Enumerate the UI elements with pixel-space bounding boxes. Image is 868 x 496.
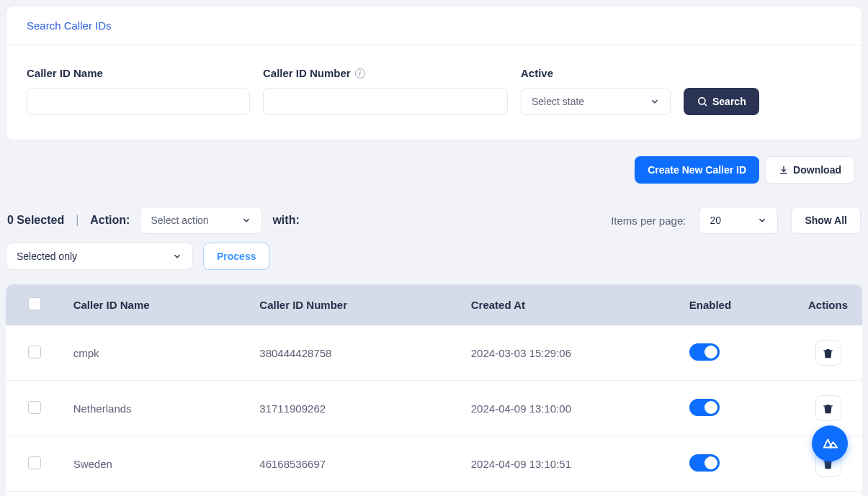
row-name: Sweden [63, 436, 250, 492]
action-select[interactable]: Select action [140, 207, 262, 234]
row-enabled-cell [679, 381, 794, 436]
header-actions: Actions [794, 284, 862, 325]
scope-select-value: Selected only [17, 251, 77, 262]
row-number: 46168536697 [249, 436, 460, 492]
row-created: 2024-04-09 13:10:51 [461, 436, 679, 492]
enabled-toggle[interactable] [689, 399, 720, 416]
field-caller-id-name: Caller ID Name [27, 67, 250, 115]
info-icon[interactable]: i [355, 68, 365, 78]
svg-point-0 [699, 98, 705, 104]
svg-marker-3 [829, 442, 837, 447]
caller-id-name-label: Caller ID Name [27, 67, 250, 79]
action-select-value: Select action [151, 215, 208, 226]
field-caller-id-number: Caller ID Number i [263, 67, 508, 115]
delete-button[interactable] [815, 340, 841, 366]
top-actions-toolbar: Create New Caller ID Download [6, 156, 855, 184]
search-button[interactable]: Search [684, 88, 759, 115]
row-number: 16135550123 [249, 492, 460, 496]
bulk-toolbar: 0 Selected | Action: Select action with:… [6, 207, 862, 234]
header-enabled: Enabled [679, 284, 794, 325]
table-row: Sweden 46168536697 2024-04-09 13:10:51 [6, 436, 862, 492]
row-checkbox-cell [6, 325, 63, 381]
active-label: Active [521, 67, 671, 79]
scope-select[interactable]: Selected only [6, 243, 193, 270]
row-name: Netherlands [63, 381, 250, 436]
create-caller-id-button[interactable]: Create New Caller ID [635, 156, 759, 184]
search-card-body: Caller ID Name Caller ID Number i Active… [6, 45, 862, 140]
action-label: Action: [90, 214, 130, 227]
selected-count: 0 Selected [7, 214, 64, 227]
download-button[interactable]: Download [765, 156, 855, 184]
enabled-toggle[interactable] [689, 454, 720, 472]
select-all-checkbox[interactable] [28, 297, 41, 310]
help-fab-button[interactable] [812, 425, 848, 461]
search-icon [697, 96, 708, 107]
row-name: Canada [63, 492, 250, 496]
caller-id-table: Caller ID Name Caller ID Number Created … [6, 284, 862, 496]
active-select-value: Select state [532, 96, 584, 107]
search-card: Search Caller IDs Caller ID Name Caller … [6, 6, 862, 140]
row-checkbox-cell [6, 381, 63, 436]
active-select[interactable]: Select state [521, 88, 671, 115]
row-created: 2024-04-09 13:12:17 [461, 492, 679, 496]
trash-icon [823, 348, 833, 359]
items-per-page-label: Items per page: [611, 215, 686, 227]
caller-id-number-input[interactable] [263, 88, 508, 115]
bulk-right-controls: Items per page: 20 Show All [611, 207, 861, 234]
download-icon [779, 165, 789, 175]
show-all-button[interactable]: Show All [791, 207, 861, 234]
fab-icon [822, 436, 838, 451]
header-number: Caller ID Number [249, 284, 460, 325]
process-button[interactable]: Process [203, 243, 269, 270]
table-row: Netherlands 31711909262 2024-04-09 13:10… [6, 381, 862, 436]
delete-button[interactable] [815, 395, 841, 421]
chevron-down-icon [172, 251, 182, 261]
row-number: 31711909262 [249, 381, 460, 436]
divider: | [74, 214, 80, 227]
table-row: cmpk 380444428758 2024-03-03 15:29:06 [6, 325, 862, 381]
bulk-left-controls: 0 Selected | Action: Select action with: [7, 207, 300, 234]
row-created: 2024-03-03 15:29:06 [461, 325, 679, 381]
field-active: Active Select state [521, 67, 671, 115]
row-actions-cell [794, 492, 862, 496]
svg-line-1 [704, 104, 707, 106]
caller-id-name-input[interactable] [27, 88, 250, 115]
row-checkbox[interactable] [28, 401, 41, 414]
trash-icon [823, 403, 833, 414]
row-enabled-cell [679, 325, 794, 381]
row-created: 2024-04-09 13:10:00 [461, 381, 679, 436]
header-name: Caller ID Name [63, 284, 250, 325]
header-checkbox-cell [6, 284, 63, 325]
items-per-page-select[interactable]: 20 [699, 207, 778, 234]
row-actions-cell [794, 325, 862, 381]
row-enabled-cell [679, 436, 794, 492]
row-checkbox-cell [6, 436, 63, 492]
table-row: Canada 16135550123 2024-04-09 13:12:17 [6, 492, 862, 496]
caller-id-number-label: Caller ID Number i [263, 67, 508, 79]
row-number: 380444428758 [249, 325, 460, 381]
chevron-down-icon [650, 96, 660, 107]
row-checkbox[interactable] [28, 346, 41, 359]
enabled-toggle[interactable] [689, 343, 720, 361]
header-created: Created At [461, 284, 679, 325]
with-label: with: [272, 214, 299, 227]
bulk-toolbar-second: Selected only Process [6, 243, 862, 270]
row-checkbox[interactable] [28, 456, 41, 469]
chevron-down-icon [241, 215, 251, 225]
row-name: cmpk [63, 325, 250, 381]
row-checkbox-cell [6, 492, 63, 496]
items-per-page-value: 20 [710, 215, 721, 226]
row-enabled-cell [679, 492, 794, 496]
chevron-down-icon [757, 215, 767, 225]
search-card-title: Search Caller IDs [6, 6, 862, 45]
